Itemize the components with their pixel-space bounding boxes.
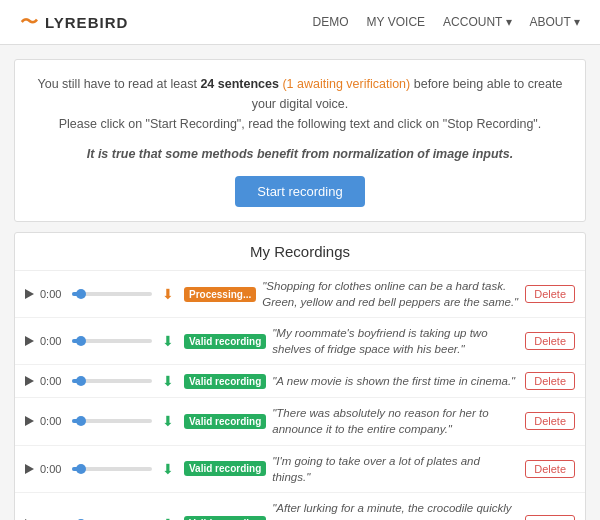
- waveform-dot: [76, 336, 86, 346]
- start-recording-button[interactable]: Start recording: [235, 176, 364, 207]
- play-button[interactable]: [25, 416, 34, 426]
- delete-button[interactable]: Delete: [525, 285, 575, 303]
- play-triangle-icon: [25, 416, 34, 426]
- time-label: 0:00: [40, 415, 66, 427]
- notice-box: You still have to read at least 24 sente…: [14, 59, 586, 222]
- download-icon-wrap: ⬇: [158, 414, 178, 428]
- status-badge: Valid recording: [184, 461, 266, 476]
- recording-text: "Shopping for clothes online can be a ha…: [262, 278, 519, 310]
- recording-row: 0:00 ⬇ Processing... "Shopping for cloth…: [15, 271, 585, 318]
- recording-text: "After lurking for a minute, the crocodi…: [272, 500, 519, 520]
- nav-demo[interactable]: DEMO: [313, 15, 349, 29]
- recording-row: 0:00 ⬇ Valid recording "My roommate's bo…: [15, 318, 585, 365]
- play-button[interactable]: [25, 289, 34, 299]
- recordings-list: 0:00 ⬇ Processing... "Shopping for cloth…: [15, 271, 585, 520]
- delete-button[interactable]: Delete: [525, 412, 575, 430]
- notice-line1: You still have to read at least 24 sente…: [33, 74, 567, 134]
- waveform: [72, 379, 152, 383]
- delete-button[interactable]: Delete: [525, 460, 575, 478]
- waveform-dot: [76, 464, 86, 474]
- recordings-title: My Recordings: [15, 233, 585, 271]
- download-icon-wrap: ⬇: [158, 334, 178, 348]
- download-icon[interactable]: ⬇: [162, 287, 174, 301]
- status-badge: Valid recording: [184, 414, 266, 429]
- waveform-dot: [76, 416, 86, 426]
- recording-text: "I'm going to take over a lot of plates …: [272, 453, 519, 485]
- logo: 〜 LYREBIRD: [20, 10, 128, 34]
- download-icon[interactable]: ⬇: [162, 374, 174, 388]
- recording-text: "My roommate's boyfriend is taking up tw…: [272, 325, 519, 357]
- download-icon[interactable]: ⬇: [162, 462, 174, 476]
- nav: DEMO MY VOICE ACCOUNT ▾ ABOUT ▾: [313, 15, 580, 29]
- recording-text: "A new movie is shown the first time in …: [272, 373, 519, 389]
- logo-icon: 〜: [20, 10, 39, 34]
- nav-account[interactable]: ACCOUNT ▾: [443, 15, 511, 29]
- play-button[interactable]: [25, 376, 34, 386]
- time-label: 0:00: [40, 335, 66, 347]
- download-icon[interactable]: ⬇: [162, 414, 174, 428]
- status-badge: Processing...: [184, 287, 256, 302]
- status-badge: Valid recording: [184, 374, 266, 389]
- nav-myvoice[interactable]: MY VOICE: [367, 15, 425, 29]
- waveform-dot: [76, 376, 86, 386]
- status-badge: Valid recording: [184, 334, 266, 349]
- recording-row: 0:00 ⬇ Valid recording "A new movie is s…: [15, 365, 585, 398]
- download-icon-wrap: ⬇: [158, 374, 178, 388]
- time-label: 0:00: [40, 463, 66, 475]
- delete-button[interactable]: Delete: [525, 515, 575, 520]
- waveform-dot: [76, 289, 86, 299]
- play-triangle-icon: [25, 464, 34, 474]
- recording-text: "There was absolutely no reason for her …: [272, 405, 519, 437]
- recording-row: 0:00 ⬇ Valid recording "After lurking fo…: [15, 493, 585, 520]
- play-triangle-icon: [25, 376, 34, 386]
- nav-about[interactable]: ABOUT ▾: [530, 15, 580, 29]
- waveform: [72, 419, 152, 423]
- logo-text: LYREBIRD: [45, 14, 128, 31]
- time-label: 0:00: [40, 375, 66, 387]
- download-icon[interactable]: ⬇: [162, 334, 174, 348]
- delete-button[interactable]: Delete: [525, 372, 575, 390]
- play-triangle-icon: [25, 336, 34, 346]
- recording-row: 0:00 ⬇ Valid recording "I'm going to tak…: [15, 446, 585, 493]
- download-icon-wrap: ⬇: [158, 287, 178, 301]
- awaiting-link[interactable]: (1 awaiting verification): [282, 77, 410, 91]
- download-icon-wrap: ⬇: [158, 462, 178, 476]
- delete-button[interactable]: Delete: [525, 332, 575, 350]
- status-badge: Valid recording: [184, 516, 266, 520]
- waveform: [72, 292, 152, 296]
- notice-quote: It is true that some methods benefit fro…: [33, 144, 567, 164]
- recording-row: 0:00 ⬇ Valid recording "There was absolu…: [15, 398, 585, 445]
- play-button[interactable]: [25, 336, 34, 346]
- play-button[interactable]: [25, 464, 34, 474]
- header: 〜 LYREBIRD DEMO MY VOICE ACCOUNT ▾ ABOUT…: [0, 0, 600, 45]
- recordings-box: My Recordings 0:00 ⬇ Processing... "Shop…: [14, 232, 586, 520]
- time-label: 0:00: [40, 288, 66, 300]
- waveform: [72, 339, 152, 343]
- waveform: [72, 467, 152, 471]
- play-triangle-icon: [25, 289, 34, 299]
